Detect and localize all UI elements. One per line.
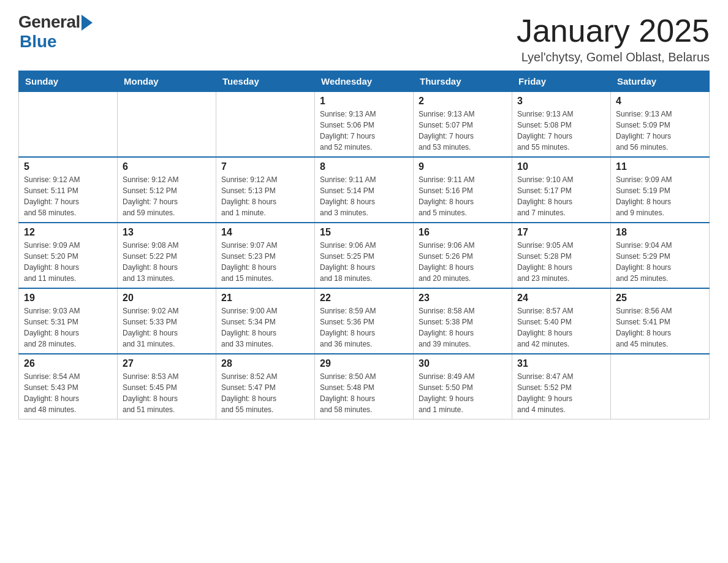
- calendar-cell: 28Sunrise: 8:52 AM Sunset: 5:47 PM Dayli…: [216, 354, 315, 419]
- calendar-cell: 17Sunrise: 9:05 AM Sunset: 5:28 PM Dayli…: [512, 223, 611, 288]
- day-number: 15: [320, 227, 408, 238]
- calendar-cell: 31Sunrise: 8:47 AM Sunset: 5:52 PM Dayli…: [512, 354, 611, 419]
- calendar-cell: 15Sunrise: 9:06 AM Sunset: 5:25 PM Dayli…: [315, 223, 414, 288]
- day-info: Sunrise: 9:10 AM Sunset: 5:17 PM Dayligh…: [517, 174, 605, 218]
- calendar-cell: [19, 92, 118, 158]
- day-number: 31: [517, 358, 605, 369]
- logo-general-text: General: [18, 12, 80, 32]
- calendar-cell: 30Sunrise: 8:49 AM Sunset: 5:50 PM Dayli…: [414, 354, 512, 419]
- day-info: Sunrise: 9:00 AM Sunset: 5:34 PM Dayligh…: [221, 305, 309, 350]
- calendar-cell: 7Sunrise: 9:12 AM Sunset: 5:13 PM Daylig…: [216, 157, 315, 223]
- day-info: Sunrise: 8:57 AM Sunset: 5:40 PM Dayligh…: [517, 305, 605, 350]
- day-number: 8: [320, 161, 408, 172]
- day-info: Sunrise: 8:49 AM Sunset: 5:50 PM Dayligh…: [419, 371, 507, 415]
- day-number: 20: [123, 293, 211, 304]
- day-info: Sunrise: 9:04 AM Sunset: 5:29 PM Dayligh…: [616, 240, 704, 284]
- col-header-saturday: Saturday: [611, 71, 710, 92]
- day-number: 1: [320, 96, 408, 107]
- calendar-cell: [118, 92, 216, 158]
- day-number: 28: [221, 358, 309, 369]
- calendar-cell: 6Sunrise: 9:12 AM Sunset: 5:12 PM Daylig…: [118, 157, 216, 223]
- day-number: 30: [419, 358, 507, 369]
- day-number: 12: [24, 227, 112, 238]
- calendar-cell: 21Sunrise: 9:00 AM Sunset: 5:34 PM Dayli…: [216, 288, 315, 354]
- col-header-friday: Friday: [512, 71, 611, 92]
- day-number: 10: [517, 161, 605, 172]
- day-number: 26: [24, 358, 112, 369]
- calendar-cell: 4Sunrise: 9:13 AM Sunset: 5:09 PM Daylig…: [611, 92, 710, 158]
- day-number: 13: [123, 227, 211, 238]
- calendar-cell: [216, 92, 315, 158]
- logo-arrow-icon: [82, 15, 93, 31]
- calendar-cell: [611, 354, 710, 419]
- day-info: Sunrise: 9:05 AM Sunset: 5:28 PM Dayligh…: [517, 240, 605, 284]
- day-number: 11: [616, 161, 704, 172]
- day-info: Sunrise: 8:56 AM Sunset: 5:41 PM Dayligh…: [616, 305, 704, 350]
- day-info: Sunrise: 8:54 AM Sunset: 5:43 PM Dayligh…: [24, 371, 112, 415]
- day-number: 27: [123, 358, 211, 369]
- header-row: SundayMondayTuesdayWednesdayThursdayFrid…: [19, 71, 710, 92]
- day-number: 4: [616, 96, 704, 107]
- calendar-cell: 14Sunrise: 9:07 AM Sunset: 5:23 PM Dayli…: [216, 223, 315, 288]
- day-info: Sunrise: 9:07 AM Sunset: 5:23 PM Dayligh…: [221, 240, 309, 284]
- day-info: Sunrise: 8:52 AM Sunset: 5:47 PM Dayligh…: [221, 371, 309, 415]
- calendar-cell: 20Sunrise: 9:02 AM Sunset: 5:33 PM Dayli…: [118, 288, 216, 354]
- calendar-cell: 22Sunrise: 8:59 AM Sunset: 5:36 PM Dayli…: [315, 288, 414, 354]
- week-row: 1Sunrise: 9:13 AM Sunset: 5:06 PM Daylig…: [19, 92, 710, 158]
- day-info: Sunrise: 8:47 AM Sunset: 5:52 PM Dayligh…: [517, 371, 605, 415]
- day-number: 21: [221, 293, 309, 304]
- day-info: Sunrise: 8:50 AM Sunset: 5:48 PM Dayligh…: [320, 371, 408, 415]
- calendar-cell: 9Sunrise: 9:11 AM Sunset: 5:16 PM Daylig…: [414, 157, 512, 223]
- day-info: Sunrise: 9:12 AM Sunset: 5:13 PM Dayligh…: [221, 174, 309, 218]
- col-header-thursday: Thursday: [414, 71, 512, 92]
- day-number: 14: [221, 227, 309, 238]
- logo-blue-text: Blue: [20, 32, 57, 52]
- day-info: Sunrise: 8:58 AM Sunset: 5:38 PM Dayligh…: [419, 305, 507, 350]
- col-header-tuesday: Tuesday: [216, 71, 315, 92]
- day-number: 16: [419, 227, 507, 238]
- calendar-cell: 3Sunrise: 9:13 AM Sunset: 5:08 PM Daylig…: [512, 92, 611, 158]
- day-info: Sunrise: 9:11 AM Sunset: 5:16 PM Dayligh…: [419, 174, 507, 218]
- day-number: 18: [616, 227, 704, 238]
- calendar-title: January 2025: [517, 12, 710, 49]
- day-number: 25: [616, 293, 704, 304]
- calendar-cell: 26Sunrise: 8:54 AM Sunset: 5:43 PM Dayli…: [19, 354, 118, 419]
- day-number: 23: [419, 293, 507, 304]
- day-info: Sunrise: 8:53 AM Sunset: 5:45 PM Dayligh…: [123, 371, 211, 415]
- day-number: 7: [221, 161, 309, 172]
- calendar-cell: 23Sunrise: 8:58 AM Sunset: 5:38 PM Dayli…: [414, 288, 512, 354]
- calendar-cell: 18Sunrise: 9:04 AM Sunset: 5:29 PM Dayli…: [611, 223, 710, 288]
- day-info: Sunrise: 9:03 AM Sunset: 5:31 PM Dayligh…: [24, 305, 112, 350]
- calendar-cell: 27Sunrise: 8:53 AM Sunset: 5:45 PM Dayli…: [118, 354, 216, 419]
- day-info: Sunrise: 9:13 AM Sunset: 5:09 PM Dayligh…: [616, 109, 704, 153]
- calendar-cell: 10Sunrise: 9:10 AM Sunset: 5:17 PM Dayli…: [512, 157, 611, 223]
- calendar-cell: 29Sunrise: 8:50 AM Sunset: 5:48 PM Dayli…: [315, 354, 414, 419]
- day-number: 5: [24, 161, 112, 172]
- calendar-subtitle: Lyel'chytsy, Gomel Oblast, Belarus: [517, 50, 710, 64]
- day-info: Sunrise: 9:12 AM Sunset: 5:11 PM Dayligh…: [24, 174, 112, 218]
- day-info: Sunrise: 9:09 AM Sunset: 5:19 PM Dayligh…: [616, 174, 704, 218]
- day-info: Sunrise: 9:13 AM Sunset: 5:07 PM Dayligh…: [419, 109, 507, 153]
- day-number: 2: [419, 96, 507, 107]
- week-row: 5Sunrise: 9:12 AM Sunset: 5:11 PM Daylig…: [19, 157, 710, 223]
- day-number: 17: [517, 227, 605, 238]
- day-info: Sunrise: 9:06 AM Sunset: 5:25 PM Dayligh…: [320, 240, 408, 284]
- day-info: Sunrise: 9:13 AM Sunset: 5:06 PM Dayligh…: [320, 109, 408, 153]
- day-number: 29: [320, 358, 408, 369]
- calendar-table: SundayMondayTuesdayWednesdayThursdayFrid…: [18, 71, 710, 419]
- day-info: Sunrise: 8:59 AM Sunset: 5:36 PM Dayligh…: [320, 305, 408, 350]
- calendar-cell: 24Sunrise: 8:57 AM Sunset: 5:40 PM Dayli…: [512, 288, 611, 354]
- day-info: Sunrise: 9:09 AM Sunset: 5:20 PM Dayligh…: [24, 240, 112, 284]
- calendar-cell: 12Sunrise: 9:09 AM Sunset: 5:20 PM Dayli…: [19, 223, 118, 288]
- col-header-monday: Monday: [118, 71, 216, 92]
- calendar-cell: 1Sunrise: 9:13 AM Sunset: 5:06 PM Daylig…: [315, 92, 414, 158]
- calendar-cell: 13Sunrise: 9:08 AM Sunset: 5:22 PM Dayli…: [118, 223, 216, 288]
- week-row: 26Sunrise: 8:54 AM Sunset: 5:43 PM Dayli…: [19, 354, 710, 419]
- week-row: 12Sunrise: 9:09 AM Sunset: 5:20 PM Dayli…: [19, 223, 710, 288]
- day-info: Sunrise: 9:13 AM Sunset: 5:08 PM Dayligh…: [517, 109, 605, 153]
- day-number: 24: [517, 293, 605, 304]
- week-row: 19Sunrise: 9:03 AM Sunset: 5:31 PM Dayli…: [19, 288, 710, 354]
- day-info: Sunrise: 9:11 AM Sunset: 5:14 PM Dayligh…: [320, 174, 408, 218]
- calendar-cell: 2Sunrise: 9:13 AM Sunset: 5:07 PM Daylig…: [414, 92, 512, 158]
- day-number: 3: [517, 96, 605, 107]
